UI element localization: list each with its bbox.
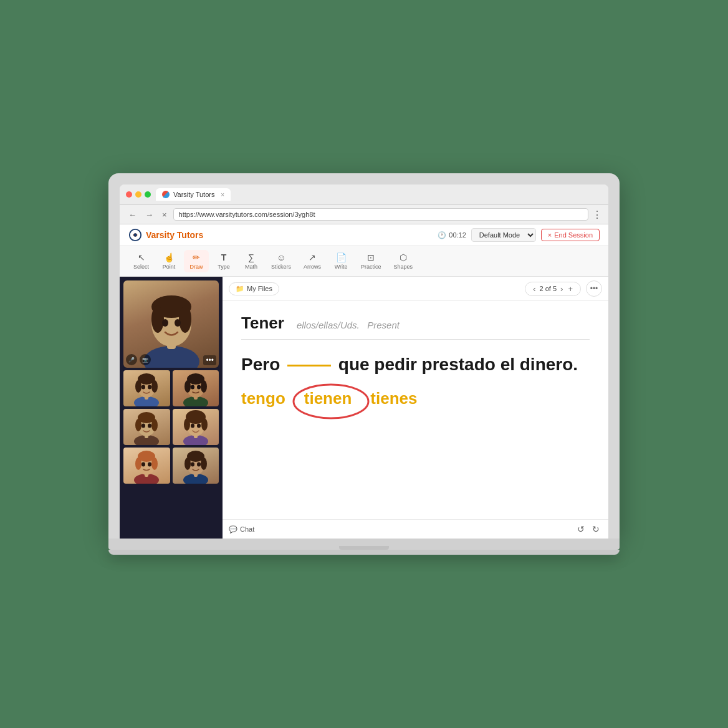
- svg-point-49: [148, 462, 151, 467]
- svg-point-24: [191, 385, 194, 390]
- page-add-btn[interactable]: +: [567, 284, 574, 294]
- close-icon: ×: [548, 231, 552, 239]
- whiteboard-more-btn[interactable]: •••: [586, 280, 602, 297]
- answer-option-tienes[interactable]: tienes: [370, 389, 417, 408]
- tab-favicon: [162, 191, 170, 198]
- svg-point-8: [162, 319, 168, 327]
- student-avatar-6: [180, 448, 211, 484]
- svg-point-1: [133, 233, 137, 237]
- tool-draw[interactable]: ✏ Draw: [184, 250, 209, 272]
- student-video-1: [123, 370, 170, 406]
- undo-btn[interactable]: ↺: [575, 523, 587, 535]
- svg-point-25: [197, 385, 201, 390]
- student-video-2: [173, 370, 219, 406]
- chat-icon: 💬: [229, 525, 237, 534]
- svg-point-41: [197, 424, 201, 428]
- video-more-btn[interactable]: •••: [203, 355, 216, 365]
- browser-titlebar: Varsity Tutors ×: [120, 184, 608, 205]
- svg-point-30: [135, 419, 141, 431]
- student-video-5: [123, 448, 170, 484]
- answer-option-tienen[interactable]: tienen: [304, 389, 352, 408]
- logo-icon: [128, 228, 142, 242]
- browser-window: Varsity Tutors × ← → × ⋮: [120, 184, 608, 539]
- folder-icon: 📁: [236, 285, 244, 293]
- tool-write[interactable]: 📄 Write: [328, 250, 353, 272]
- svg-point-6: [151, 305, 164, 333]
- close-traffic-light[interactable]: [126, 191, 132, 198]
- camera-icon[interactable]: 📷: [140, 354, 151, 365]
- tool-stickers[interactable]: ☺ Stickers: [266, 250, 296, 272]
- card-title: Tener: [241, 314, 284, 333]
- laptop-base: [108, 539, 620, 550]
- student-avatar-3: [131, 409, 162, 445]
- tool-shapes[interactable]: ⬡ Shapes: [389, 250, 418, 272]
- select-icon: ↖: [138, 252, 145, 262]
- student-video-6: [173, 448, 219, 484]
- math-icon: ∑: [248, 252, 254, 262]
- tutor-video: 🎤 📷 •••: [123, 280, 219, 368]
- svg-point-48: [141, 462, 145, 467]
- minimize-traffic-light[interactable]: [135, 191, 141, 198]
- answer-option-tengo[interactable]: tengo: [241, 389, 285, 408]
- header-right: 🕐 00:12 Default Mode × End Session: [438, 228, 600, 242]
- page-next-btn[interactable]: ›: [559, 284, 564, 294]
- tool-point[interactable]: ☝ Point: [156, 250, 181, 272]
- student-avatar-2: [180, 370, 211, 406]
- tool-practice[interactable]: ⊡ Practice: [356, 250, 386, 272]
- card-meta: ellos/ellas/Uds. Present: [297, 320, 400, 330]
- card-question: Pero que pedir prestado el dinero.: [241, 352, 590, 376]
- redo-btn[interactable]: ↻: [590, 523, 602, 535]
- practice-icon: ⊡: [367, 252, 375, 262]
- maximize-traffic-light[interactable]: [145, 191, 151, 198]
- logo-text: Varsity Tutors: [146, 230, 203, 240]
- tab-close-btn[interactable]: ×: [221, 191, 224, 198]
- page-info: 2 of 5: [540, 285, 557, 292]
- undo-redo-controls: ↺ ↻: [575, 523, 602, 535]
- address-bar[interactable]: [173, 208, 588, 221]
- browser-tab[interactable]: Varsity Tutors ×: [156, 188, 231, 201]
- svg-point-15: [151, 380, 158, 393]
- svg-point-9: [175, 319, 181, 327]
- more-icon: •••: [590, 284, 598, 293]
- nav-back-btn[interactable]: ←: [126, 209, 139, 221]
- svg-point-46: [135, 457, 141, 470]
- card-header: Tener ellos/ellas/Uds. Present: [241, 314, 590, 333]
- page-prev-btn[interactable]: ‹: [532, 284, 537, 294]
- svg-point-7: [179, 305, 191, 333]
- svg-point-16: [141, 385, 145, 390]
- tool-select[interactable]: ↖ Select: [128, 250, 154, 272]
- laptop: Varsity Tutors × ← → × ⋮: [108, 173, 620, 555]
- svg-point-31: [151, 419, 158, 431]
- chat-btn[interactable]: 💬 Chat: [229, 525, 254, 534]
- svg-point-56: [191, 462, 194, 467]
- student-avatar-5: [131, 448, 162, 484]
- flashcard-content: Tener ellos/ellas/Uds. Present Pero que …: [223, 301, 608, 519]
- student-avatar-1: [131, 370, 162, 406]
- tool-arrows[interactable]: ↗ Arrows: [299, 250, 326, 272]
- whiteboard-area: 📁 My Files ‹ 2 of 5 › + •••: [223, 277, 608, 539]
- tool-type[interactable]: T Type: [211, 250, 236, 272]
- end-session-btn[interactable]: × End Session: [541, 229, 600, 241]
- page-nav: ‹ 2 of 5 › +: [525, 282, 581, 296]
- svg-point-22: [184, 380, 191, 393]
- mode-selector[interactable]: Default Mode: [471, 228, 536, 242]
- my-files-btn[interactable]: 📁 My Files: [229, 282, 279, 295]
- svg-point-57: [197, 462, 201, 467]
- nav-close-btn[interactable]: ×: [160, 209, 170, 221]
- arrows-icon: ↗: [309, 252, 316, 262]
- toolbar: ↖ Select ☝ Point ✏ Draw T Type ∑ Math: [120, 246, 608, 277]
- app-logo: Varsity Tutors: [128, 228, 203, 242]
- point-icon: ☝: [164, 252, 175, 262]
- mic-icon[interactable]: 🎤: [126, 354, 137, 365]
- svg-point-40: [191, 424, 194, 428]
- tool-math[interactable]: ∑ Math: [239, 250, 264, 272]
- write-icon: 📄: [336, 252, 347, 262]
- svg-point-33: [148, 424, 151, 428]
- screen-bezel: Varsity Tutors × ← → × ⋮: [108, 173, 620, 539]
- svg-point-54: [184, 457, 191, 470]
- video-controls: 🎤 📷: [126, 354, 151, 365]
- svg-point-17: [148, 385, 151, 390]
- clock-icon: 🕐: [438, 231, 446, 239]
- nav-more-btn[interactable]: ⋮: [592, 209, 602, 221]
- nav-forward-btn[interactable]: →: [143, 209, 156, 221]
